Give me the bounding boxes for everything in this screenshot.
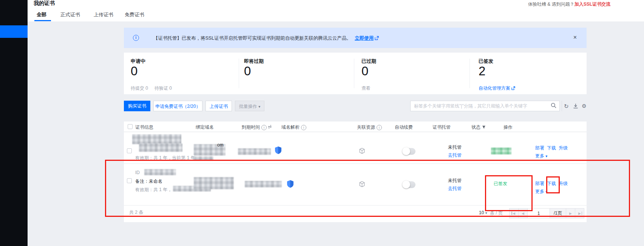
col-auto-renewal: 自动续费 bbox=[395, 124, 413, 131]
banner-close-icon[interactable]: × bbox=[573, 34, 577, 41]
buy-cert-button[interactable]: 购买证书 bbox=[124, 101, 150, 111]
stat-expired-view-link[interactable]: 查看 bbox=[361, 85, 371, 92]
page-size-unit: 条 / 页 bbox=[490, 210, 503, 216]
upgrade-link[interactable]: 升级 bbox=[559, 145, 568, 151]
info-icon[interactable]: i bbox=[377, 125, 382, 130]
info-icon[interactable]: i bbox=[301, 125, 306, 130]
info-icon: i bbox=[133, 35, 139, 41]
redacted-expiry-date bbox=[238, 148, 271, 155]
status-badge: 已签发 bbox=[494, 181, 507, 187]
select-all-checkbox[interactable] bbox=[128, 124, 133, 129]
sort-icon[interactable] bbox=[268, 125, 272, 130]
stat-applying-value: 0 bbox=[131, 64, 137, 78]
apply-free-cert-button[interactable]: 申请免费证书（2/20） bbox=[153, 101, 202, 111]
certificate-table: 证书信息 绑定域名 到期时间 i 域名解析 i 关联资源 i 自动续费 证书托管… bbox=[124, 121, 587, 222]
redacted-cert-id bbox=[139, 143, 182, 152]
stat-issued-value: 2 bbox=[479, 64, 485, 78]
auto-renew-toggle[interactable] bbox=[403, 148, 415, 155]
hosting-action-link[interactable]: 去托管 bbox=[448, 152, 462, 159]
deploy-link[interactable]: 部署 bbox=[535, 145, 544, 151]
redacted-domain-2 bbox=[194, 156, 213, 160]
external-link-icon bbox=[511, 86, 515, 91]
download-link[interactable]: 下载 bbox=[547, 145, 556, 151]
col-actions: 操作 bbox=[503, 124, 513, 131]
domain-fragment: om bbox=[217, 142, 224, 148]
validity-text: 有效期：共 1 年， bbox=[135, 187, 172, 193]
hosting-state: 未托管 bbox=[448, 144, 462, 151]
stats-card: 申请中 0 待提交 0 待验证 0 即将过期 0 已过期 0 查看 已签发 2 … bbox=[124, 53, 587, 94]
row-divider bbox=[124, 163, 587, 164]
redacted-status bbox=[491, 148, 511, 154]
batch-action-button[interactable]: 批量操作 ▾ bbox=[235, 101, 264, 111]
stat-expiring-value: 0 bbox=[244, 64, 251, 78]
col-hosting: 证书托管 bbox=[432, 124, 451, 131]
more-link[interactable]: 更多 ▾ bbox=[535, 188, 547, 195]
stat-issued-automation-link[interactable]: 自动化管理方案 bbox=[479, 85, 515, 92]
feedback-text: 体验吐槽 & 遇到问题？加入SSL证书交流 bbox=[528, 1, 610, 8]
search-input[interactable] bbox=[410, 101, 560, 111]
upload-cert-button[interactable]: 上传证书 bbox=[205, 101, 232, 111]
col-cert-info: 证书信息 bbox=[135, 124, 153, 131]
remark-text: 备注：未命名 bbox=[135, 178, 162, 185]
active-tab-underline bbox=[34, 20, 51, 21]
row-checkbox[interactable] bbox=[127, 178, 132, 183]
tab-formal-cert[interactable]: 正式证书 bbox=[60, 11, 80, 18]
deploy-link[interactable]: 部署 bbox=[535, 181, 544, 187]
chevron-down-icon: ▾ bbox=[258, 104, 260, 109]
feedback-link[interactable]: 加入SSL证书交流 bbox=[575, 2, 610, 7]
page-count: /1页 bbox=[550, 209, 566, 218]
filter-icon[interactable] bbox=[482, 125, 486, 130]
stat-pending-verify[interactable]: 待验证 0 bbox=[154, 85, 172, 92]
tab-upload-cert[interactable]: 上传证书 bbox=[94, 11, 113, 18]
stat-pending-submit[interactable]: 待提交 0 bbox=[131, 85, 148, 92]
prev-page-button[interactable]: ◀ bbox=[519, 209, 528, 218]
tab-free-cert[interactable]: 免费证书 bbox=[125, 11, 144, 18]
upgrade-link[interactable]: 升级 bbox=[559, 181, 568, 187]
col-status: 状态 bbox=[471, 124, 486, 131]
tab-all[interactable]: 全部 bbox=[37, 11, 46, 18]
pager: ◀ ◀ /1页 ▶ ▶ bbox=[509, 208, 584, 218]
col-resources: 关联资源 i bbox=[357, 124, 382, 131]
current-page-input[interactable] bbox=[528, 209, 550, 218]
row-checkbox[interactable] bbox=[127, 148, 132, 153]
last-page-button[interactable]: ▶ bbox=[575, 209, 584, 218]
page-size-select[interactable]: 10 ▾ bbox=[479, 210, 487, 215]
more-link[interactable]: 更多 ▾ bbox=[535, 153, 547, 159]
hosting-notice-banner: i 【证书托管】已发布，将SSL证书开启托管即可实现证书到期前自动更新关联的腾讯… bbox=[124, 28, 587, 48]
col-expiry: 到期时间 i bbox=[242, 124, 272, 131]
banner-message: 【证书托管】已发布，将SSL证书开启托管即可实现证书到期前自动更新关联的腾讯云云… bbox=[153, 35, 379, 42]
info-icon[interactable]: i bbox=[261, 125, 267, 130]
redacted-cert-name bbox=[132, 134, 181, 144]
chevron-down-icon: ▾ bbox=[485, 211, 487, 215]
col-domain: 绑定域名 bbox=[196, 124, 214, 131]
col-dns: 域名解析 i bbox=[281, 124, 306, 131]
validity-text: 有效期：共 1 年，当前第 1 年 bbox=[135, 155, 195, 161]
sidebar-active-item[interactable] bbox=[0, 25, 28, 38]
redacted-cert-id bbox=[144, 169, 176, 175]
download-link[interactable]: 下载 bbox=[547, 181, 556, 187]
total-count: 共 2 条 bbox=[129, 209, 143, 216]
left-sidebar[interactable] bbox=[0, 0, 28, 246]
resource-cube-icon bbox=[359, 148, 365, 155]
resource-cube-icon bbox=[359, 181, 365, 188]
toolbar-divider bbox=[562, 101, 562, 111]
external-link-icon bbox=[375, 36, 379, 41]
next-page-button[interactable]: ▶ bbox=[566, 209, 575, 218]
redacted-expiry-date bbox=[245, 181, 282, 187]
chevron-down-icon: ▾ bbox=[545, 190, 547, 194]
download-icon[interactable] bbox=[573, 103, 578, 110]
feedback-prefix: 体验吐槽 & 遇到问题？ bbox=[528, 2, 575, 7]
search-icon[interactable] bbox=[551, 103, 556, 109]
use-now-link[interactable]: 立即使用 bbox=[355, 36, 374, 41]
table-header-row bbox=[124, 121, 587, 132]
id-label: ID bbox=[135, 170, 140, 175]
auto-renew-toggle[interactable] bbox=[403, 181, 415, 188]
page-title: 我的证书 bbox=[34, 0, 55, 7]
chevron-down-icon: ▾ bbox=[545, 154, 547, 158]
gear-icon[interactable]: ⚙ bbox=[582, 103, 587, 109]
dns-shield-icon bbox=[275, 146, 281, 155]
hosting-action-link[interactable]: 去托管 bbox=[448, 185, 462, 192]
stat-expired-value: 0 bbox=[361, 64, 368, 78]
first-page-button[interactable]: ◀ bbox=[510, 209, 519, 218]
refresh-icon[interactable]: ↻ bbox=[564, 103, 569, 110]
